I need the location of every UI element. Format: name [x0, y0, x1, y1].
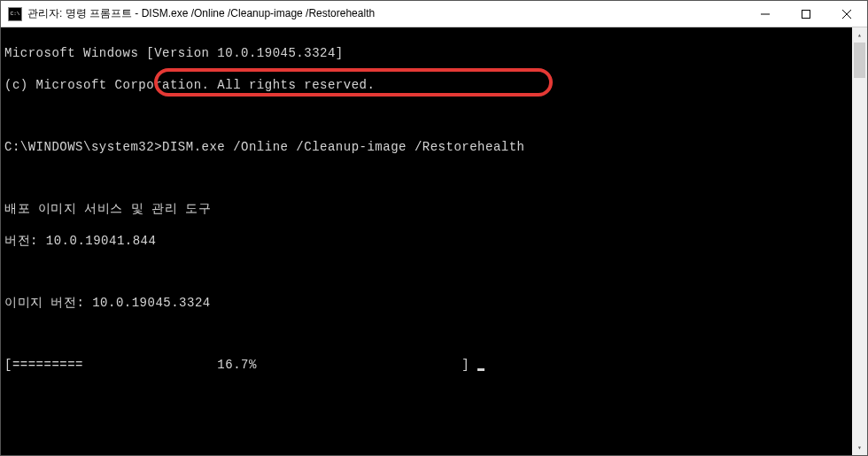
command-text: DISM.exe /Online /Cleanup-image /Restore… [162, 140, 524, 154]
progress-line: [========= 16.7% ] [4, 357, 849, 373]
svg-rect-1 [802, 10, 810, 18]
tool-version: 버전: 10.0.19041.844 [4, 233, 849, 249]
window-controls [745, 1, 867, 27]
cmd-icon [8, 7, 22, 21]
vertical-scrollbar[interactable]: ▴ ▾ [852, 27, 867, 455]
prompt-path: C:\WINDOWS\system32> [4, 140, 162, 154]
tool-name: 배포 이미지 서비스 및 관리 도구 [4, 201, 849, 217]
output-blank [4, 327, 849, 341]
output-blank [4, 171, 849, 185]
terminal-output[interactable]: Microsoft Windows [Version 10.0.19045.33… [1, 27, 852, 455]
maximize-button[interactable] [786, 1, 826, 27]
scroll-up-arrow-icon[interactable]: ▴ [852, 27, 867, 43]
output-blank [4, 265, 849, 279]
scroll-track[interactable] [852, 43, 867, 440]
cursor-icon [477, 368, 484, 371]
output-line: Microsoft Windows [Version 10.0.19045.33… [4, 45, 849, 61]
scroll-thumb[interactable] [854, 43, 865, 78]
image-version: 이미지 버전: 10.0.19045.3324 [4, 295, 849, 311]
close-button[interactable] [826, 1, 867, 27]
command-line: C:\WINDOWS\system32>DISM.exe /Online /Cl… [4, 139, 849, 155]
window-titlebar: 관리자: 명령 프롬프트 - DISM.exe /Online /Cleanup… [1, 1, 867, 27]
minimize-button[interactable] [745, 1, 786, 27]
output-blank [4, 109, 849, 123]
terminal-area: Microsoft Windows [Version 10.0.19045.33… [1, 27, 867, 455]
progress-bar: [========= 16.7% ] [4, 358, 477, 372]
window-title: 관리자: 명령 프롬프트 - DISM.exe /Online /Cleanup… [27, 6, 745, 21]
scroll-down-arrow-icon[interactable]: ▾ [852, 440, 867, 455]
output-line: (c) Microsoft Corporation. All rights re… [4, 77, 849, 93]
